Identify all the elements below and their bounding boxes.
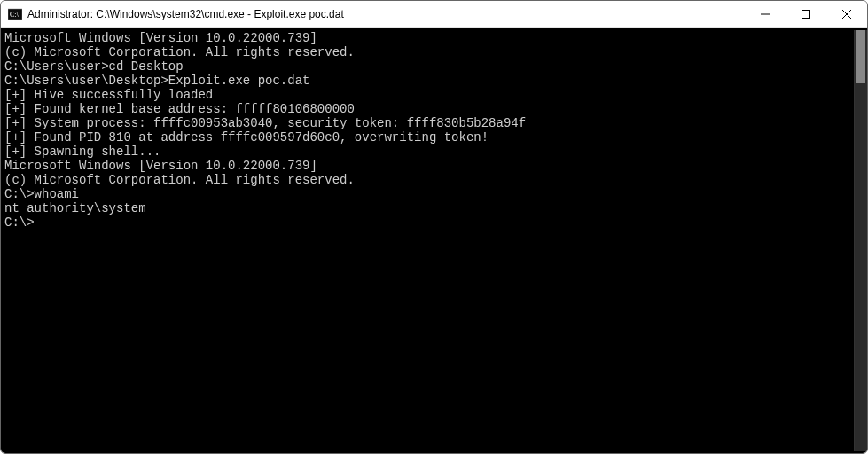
terminal-line: (c) Microsoft Corporation. All rights re…	[4, 173, 852, 187]
maximize-button[interactable]	[786, 1, 826, 27]
terminal-line: C:\Users\user\Desktop>Exploit.exe poc.da…	[4, 74, 852, 88]
cmd-icon: C:\	[8, 7, 22, 21]
titlebar[interactable]: C:\ Administrator: C:\Windows\system32\c…	[1, 1, 867, 28]
svg-text:C:\: C:\	[10, 11, 20, 19]
terminal-line: [+] System process: ffffc00953ab3040, se…	[4, 116, 852, 130]
terminal-line: Microsoft Windows [Version 10.0.22000.73…	[4, 31, 852, 45]
window-title: Administrator: C:\Windows\system32\cmd.e…	[27, 8, 745, 20]
window-controls	[745, 1, 867, 27]
terminal-line: [+] Spawning shell...	[4, 145, 852, 159]
terminal-line: nt authority\system	[4, 201, 852, 215]
terminal-line: [+] Found kernel base address: fffff8010…	[4, 102, 852, 116]
terminal-line: C:\Users\user>cd Desktop	[4, 59, 852, 74]
close-button[interactable]	[826, 1, 867, 27]
terminal-line: [+] Found PID 810 at address ffffc009597…	[4, 130, 852, 145]
terminal-wrapper: Microsoft Windows [Version 10.0.22000.73…	[1, 28, 867, 453]
terminal-line: Microsoft Windows [Version 10.0.22000.73…	[4, 159, 852, 173]
terminal-line: C:\>	[4, 215, 852, 230]
svg-rect-3	[802, 11, 810, 19]
scrollbar-thumb[interactable]	[856, 30, 865, 83]
scrollbar[interactable]	[854, 30, 867, 451]
terminal-line: (c) Microsoft Corporation. All rights re…	[4, 45, 852, 59]
terminal-line: C:\>whoami	[4, 187, 852, 201]
terminal[interactable]: Microsoft Windows [Version 10.0.22000.73…	[3, 30, 854, 451]
minimize-button[interactable]	[745, 1, 786, 27]
terminal-line: [+] Hive successfully loaded	[4, 88, 852, 102]
